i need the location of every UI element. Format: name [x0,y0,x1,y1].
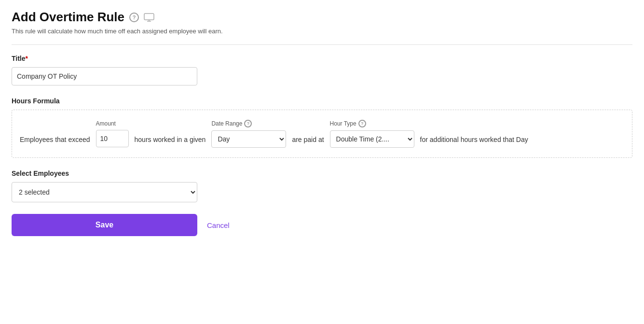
help-icon[interactable]: ? [129,13,139,22]
tutorial-icon[interactable] [144,13,154,22]
hour-type-header: Hour Type ? [330,120,414,127]
formula-box: Employees that exceed Amount hours worke… [12,110,632,158]
amount-input[interactable] [96,130,129,147]
are-paid-at-text: are paid at [292,124,324,143]
hours-formula-label: Hours Formula [12,97,632,105]
amount-col: Amount [96,120,129,147]
hour-type-select[interactable]: Double Time (2.... Time and a Half (1.5)… [330,130,414,148]
hour-type-col: Hour Type ? Double Time (2.... Time and … [330,120,414,148]
hours-worked-text: hours worked in a given [135,124,206,143]
amount-header: Amount [96,120,129,127]
employees-exceed-text: Employees that exceed [20,124,90,143]
formula-row: Employees that exceed Amount hours worke… [20,120,624,148]
employees-select[interactable]: 2 selected [12,182,197,202]
date-range-select[interactable]: Day Week Pay Period [211,130,286,148]
cancel-button[interactable]: Cancel [207,221,230,229]
actions-row: Save Cancel [12,214,632,236]
select-employees-group: Select Employees 2 selected [12,169,632,202]
required-star: * [26,55,28,62]
title-field-group: Title* [12,55,632,85]
page-header: Add Overtime Rule ? [12,10,632,25]
date-range-header: Date Range ? [211,120,286,127]
svg-rect-0 [144,14,154,20]
hour-type-help-icon[interactable]: ? [358,120,366,127]
page-subtitle: This rule will calculate how much time o… [12,28,632,35]
save-button[interactable]: Save [12,214,197,236]
page-title: Add Overtime Rule [12,10,124,25]
date-range-col: Date Range ? Day Week Pay Period [211,120,286,148]
title-input[interactable] [12,67,197,85]
for-additional-text: for additional hours worked that Day [420,124,528,143]
title-label: Title* [12,55,632,62]
select-employees-label: Select Employees [12,169,632,177]
date-range-help-icon[interactable]: ? [244,120,252,127]
section-divider [12,44,632,45]
hours-formula-group: Hours Formula Employees that exceed Amou… [12,97,632,158]
